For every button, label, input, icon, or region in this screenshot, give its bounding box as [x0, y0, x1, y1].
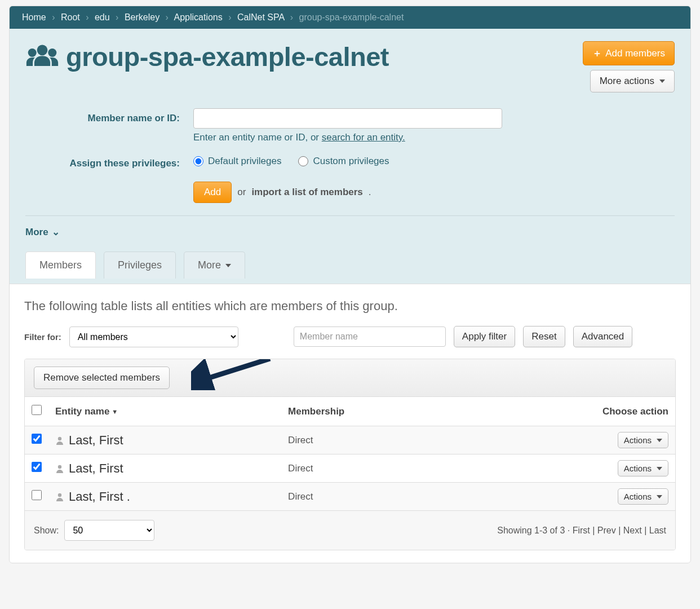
svg-point-4 — [58, 436, 61, 440]
import-members-link[interactable]: import a list of members — [251, 187, 362, 198]
members-table: Entity name ▼ Membership Choose action L… — [25, 397, 675, 510]
tab-more[interactable]: More — [184, 251, 245, 279]
membership-cell: Direct — [281, 483, 466, 511]
divider — [25, 215, 675, 216]
reset-filter-button[interactable]: Reset — [523, 326, 565, 347]
row-checkbox[interactable] — [32, 434, 42, 444]
caret-down-icon — [657, 495, 662, 498]
table-row: Last, First Direct Actions — [25, 426, 675, 454]
entity-name[interactable]: Last, First — [69, 433, 123, 448]
row-checkbox[interactable] — [32, 462, 42, 472]
svg-point-6 — [58, 493, 61, 496]
pager-next[interactable]: Next — [623, 526, 642, 535]
filter-for-select[interactable]: All members — [69, 326, 238, 347]
chevron-right-icon: › — [166, 12, 169, 22]
chevron-right-icon: › — [228, 12, 231, 22]
show-label: Show: — [34, 526, 59, 536]
more-toggle[interactable]: More — [25, 226, 60, 238]
row-actions-button[interactable]: Actions — [618, 460, 668, 476]
remove-selected-members-button[interactable]: Remove selected members — [34, 367, 170, 389]
row-actions-button[interactable]: Actions — [618, 488, 668, 505]
person-icon — [55, 492, 64, 501]
breadcrumb-item[interactable]: Home — [22, 12, 46, 22]
chevron-right-icon: › — [116, 12, 118, 22]
member-name-label: Member name or ID: — [25, 113, 193, 124]
tab-privileges[interactable]: Privileges — [104, 251, 176, 279]
sort-caret-icon: ▼ — [112, 408, 118, 415]
entity-name[interactable]: Last, First — [69, 461, 123, 476]
pager-prev[interactable]: Prev — [597, 526, 616, 535]
svg-point-0 — [37, 45, 48, 55]
select-all-checkbox[interactable] — [32, 405, 42, 415]
add-members-button[interactable]: ＋ Add members — [583, 41, 675, 65]
chevron-right-icon: › — [52, 12, 55, 22]
pager-last[interactable]: Last — [649, 526, 666, 535]
caret-down-icon — [659, 80, 665, 83]
member-name-input[interactable] — [193, 108, 502, 129]
pager: Showing 1-3 of 3 · First | Prev | Next |… — [497, 526, 666, 536]
person-icon — [55, 436, 64, 445]
group-icon — [25, 43, 59, 71]
breadcrumb-item[interactable]: Applications — [174, 12, 222, 22]
breadcrumb: Home › Root › edu › Berkeley › Applicati… — [10, 6, 690, 29]
breadcrumb-item[interactable]: CalNet SPA — [237, 12, 284, 22]
breadcrumb-item[interactable]: edu — [95, 12, 110, 22]
entity-name[interactable]: Last, First . — [69, 489, 130, 504]
pager-summary: Showing 1-3 of 3 — [497, 526, 565, 535]
row-actions-button[interactable]: Actions — [618, 432, 668, 448]
person-icon — [55, 464, 64, 473]
pager-first[interactable]: First — [573, 526, 590, 535]
column-membership: Membership — [281, 397, 466, 426]
column-choose-action: Choose action — [466, 397, 675, 426]
table-row: Last, First . Direct Actions — [25, 483, 675, 511]
plus-icon: ＋ — [592, 47, 602, 60]
page-title: group-spa-example-calnet — [66, 41, 389, 72]
advanced-filter-button[interactable]: Advanced — [573, 326, 633, 347]
row-checkbox[interactable] — [32, 490, 42, 500]
more-actions-label: More actions — [600, 76, 654, 87]
or-text: or — [237, 187, 246, 198]
apply-filter-button[interactable]: Apply filter — [454, 326, 515, 347]
period-text: . — [369, 187, 371, 198]
column-entity-name[interactable]: Entity name ▼ — [48, 397, 281, 426]
assign-privileges-label: Assign these privileges: — [25, 158, 193, 169]
caret-down-icon — [657, 467, 662, 470]
svg-point-2 — [48, 48, 56, 57]
tab-members[interactable]: Members — [25, 251, 96, 279]
membership-cell: Direct — [281, 426, 466, 454]
add-members-label: Add members — [605, 48, 665, 59]
breadcrumb-item[interactable]: Berkeley — [125, 12, 160, 22]
privilege-radio-default[interactable]: Default privileges — [193, 156, 281, 167]
breadcrumb-current: group-spa-example-calnet — [299, 12, 404, 22]
page-size-select[interactable]: 50 — [64, 520, 154, 541]
radio-input[interactable] — [298, 156, 308, 166]
more-actions-button[interactable]: More actions — [590, 70, 675, 92]
filter-for-label: Filter for: — [24, 332, 61, 342]
chevron-right-icon: › — [290, 12, 293, 22]
membership-cell: Direct — [281, 454, 466, 483]
table-row: Last, First Direct Actions — [25, 454, 675, 483]
caret-down-icon — [225, 264, 231, 267]
chevron-right-icon: › — [86, 12, 88, 22]
member-name-hint: Enter an entity name or ID, or search fo… — [193, 132, 502, 143]
privilege-radio-custom[interactable]: Custom privileges — [298, 156, 389, 167]
breadcrumb-item[interactable]: Root — [61, 12, 80, 22]
add-button[interactable]: Add — [193, 182, 232, 203]
members-description: The following table lists all entities w… — [24, 299, 676, 314]
search-entity-link[interactable]: search for an entity. — [322, 132, 405, 143]
radio-input[interactable] — [193, 156, 203, 166]
svg-point-5 — [58, 465, 61, 468]
member-name-filter-input[interactable] — [294, 326, 446, 347]
svg-point-1 — [28, 48, 37, 57]
caret-down-icon — [657, 439, 662, 442]
